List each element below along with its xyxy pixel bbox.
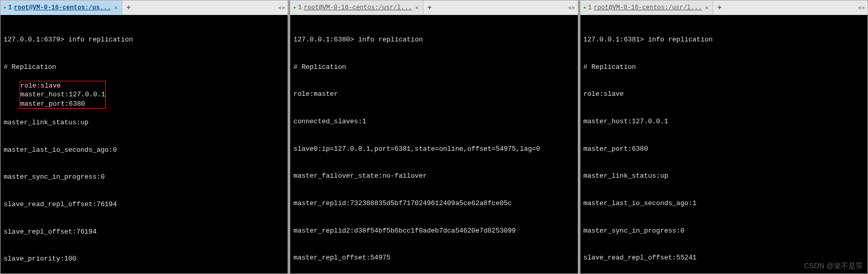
tab-bar: ● 1 root@VM-0-16-centos:/usr/l... ✕ + ◀ … xyxy=(290,1,577,15)
output-line: master_replid2:d38f54bf5b6bcc1f0adeb7dca… xyxy=(293,226,574,236)
command-text: info replication xyxy=(358,35,423,45)
terminal-output[interactable]: 127.0.0.1:6379> info replication # Repli… xyxy=(1,15,288,273)
command-line: 127.0.0.1:6381> info replication xyxy=(584,35,864,45)
chevron-right-icon[interactable]: ▶ xyxy=(862,4,865,11)
close-icon[interactable]: ✕ xyxy=(414,4,420,11)
add-tab-button[interactable]: + xyxy=(423,4,436,12)
session-tab[interactable]: ● 1 root@VM-0-16-centos:/us... ✕ xyxy=(1,1,122,15)
output-line: master_last_io_seconds_ago:1 xyxy=(584,199,864,208)
tab-nav: ◀ ▶ xyxy=(567,4,577,11)
prompt: 127.0.0.1:6379> xyxy=(4,35,64,45)
tab-title: root@VM-0-16-centos:/usr/l... xyxy=(594,4,702,11)
chevron-left-icon[interactable]: ◀ xyxy=(858,4,861,11)
command-text: info replication xyxy=(68,35,133,45)
tab-bar: ● 1 root@VM-0-16-centos:/usr/l... ✕ + ◀ … xyxy=(580,1,867,15)
command-line: 127.0.0.1:6379> info replication xyxy=(4,35,284,45)
chevron-right-icon[interactable]: ▶ xyxy=(572,4,576,11)
terminal-pane-2: ● 1 root@VM-0-16-centos:/usr/l... ✕ + ◀ … xyxy=(290,0,578,274)
tab-nav: ◀ ▶ xyxy=(858,4,867,11)
status-dot-icon: ● xyxy=(584,5,586,10)
add-tab-button[interactable]: + xyxy=(713,4,725,12)
tab-bar: ● 1 root@VM-0-16-centos:/us... ✕ + ◀ ▶ xyxy=(1,1,288,15)
chevron-left-icon[interactable]: ◀ xyxy=(567,4,571,11)
output-line: master_host:127.0.0.1 xyxy=(20,90,105,99)
output-line: master_replid:732388835d5bf7170249612409… xyxy=(293,199,574,208)
output-line: master_repl_offset:54975 xyxy=(293,253,574,263)
output-line: # Replication xyxy=(584,63,864,72)
output-line: master_sync_in_progress:0 xyxy=(584,226,864,236)
output-line: master_last_io_seconds_ago:0 xyxy=(4,146,284,155)
add-tab-button[interactable]: + xyxy=(122,4,135,12)
tab-nav: ◀ ▶ xyxy=(278,4,288,11)
output-line: master_port:6380 xyxy=(20,99,105,109)
output-line: connected_slaves:1 xyxy=(293,117,574,126)
terminal-pane-1: ● 1 root@VM-0-16-centos:/us... ✕ + ◀ ▶ 1… xyxy=(0,0,288,274)
command-line: 127.0.0.1:6380> info replication xyxy=(293,35,574,45)
output-line: # Replication xyxy=(293,63,574,72)
output-line: slave0:ip=127.0.0.1,port=6381,state=onli… xyxy=(293,145,574,154)
status-dot-icon: ● xyxy=(4,5,6,10)
close-icon[interactable]: ✕ xyxy=(704,4,710,11)
session-tab[interactable]: ● 1 root@VM-0-16-centos:/usr/l... ✕ xyxy=(580,1,713,15)
status-dot-icon: ● xyxy=(293,5,296,10)
output-line: master_failover_state:no-failover xyxy=(293,171,574,181)
close-icon[interactable]: ✕ xyxy=(113,4,119,11)
tab-prefix: 1 xyxy=(588,4,591,11)
tab-title: root@VM-0-16-centos:/us... xyxy=(14,4,111,11)
highlighted-block: role:slavemaster_host:127.0.0.1master_po… xyxy=(20,81,106,109)
output-line: slave_repl_offset:76194 xyxy=(4,227,284,237)
chevron-left-icon[interactable]: ◀ xyxy=(278,4,281,11)
terminal-output[interactable]: 127.0.0.1:6381> info replication # Repli… xyxy=(580,15,867,273)
output-line: master_link_status:up xyxy=(4,118,284,127)
prompt: 127.0.0.1:6380> xyxy=(293,35,354,45)
output-line: slave_read_repl_offset:76194 xyxy=(4,200,284,209)
output-line: role:slave xyxy=(20,81,105,91)
output-line: # Replication xyxy=(4,63,284,72)
output-line: slave_read_repl_offset:55241 xyxy=(584,253,864,263)
output-line: role:slave xyxy=(584,90,864,99)
tab-title: root@VM-0-16-centos:/usr/l... xyxy=(304,4,412,11)
output-line: master_link_status:up xyxy=(584,171,864,181)
output-line: master_sync_in_progress:0 xyxy=(4,172,284,182)
terminal-output[interactable]: 127.0.0.1:6380> info replication # Repli… xyxy=(290,15,577,273)
session-tab[interactable]: ● 1 root@VM-0-16-centos:/usr/l... ✕ xyxy=(290,1,423,15)
tab-prefix: 1 xyxy=(8,4,12,11)
tab-prefix: 1 xyxy=(298,4,302,11)
output-line: role:master xyxy=(293,90,574,99)
prompt: 127.0.0.1:6381> xyxy=(584,35,644,45)
chevron-right-icon[interactable]: ▶ xyxy=(282,4,286,11)
command-text: info replication xyxy=(648,35,713,45)
output-line: master_host:127.0.0.1 xyxy=(584,117,864,126)
output-line: slave_priority:100 xyxy=(4,254,284,264)
terminal-pane-3: ● 1 root@VM-0-16-centos:/usr/l... ✕ + ◀ … xyxy=(580,0,868,274)
output-line: master_port:6380 xyxy=(584,145,864,154)
